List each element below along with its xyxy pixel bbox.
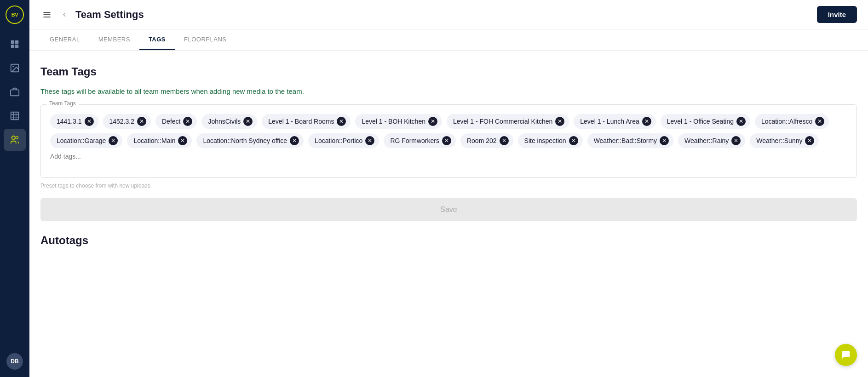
tag-remove-button[interactable]: ✕	[183, 117, 192, 126]
tag-remove-button[interactable]: ✕	[805, 136, 814, 145]
tab-floorplans[interactable]: FLOORPLANS	[175, 29, 236, 50]
svg-rect-3	[15, 45, 18, 48]
save-button[interactable]: Save	[40, 198, 857, 221]
tag-label: Location::Main	[133, 137, 175, 144]
tag-chip: Defect✕	[155, 114, 197, 129]
tag-label: Location::Garage	[57, 137, 106, 144]
tag-remove-button[interactable]: ✕	[85, 117, 94, 126]
tag-chip: JohnsCivils✕	[201, 114, 257, 129]
sidebar-nav	[4, 29, 26, 353]
tag-label: Weather::Sunny	[756, 137, 802, 144]
tag-chip: Level 1 - Lunch Area✕	[574, 114, 655, 129]
tag-chip: Room 202✕	[460, 133, 513, 148]
tag-remove-button[interactable]: ✕	[137, 117, 146, 126]
tab-tags[interactable]: TAGS	[139, 29, 175, 50]
tag-chip: Location::Garage✕	[50, 133, 122, 148]
sidebar-item-building[interactable]	[4, 105, 26, 127]
tag-remove-button[interactable]: ✕	[365, 136, 374, 145]
tag-remove-button[interactable]: ✕	[642, 117, 651, 126]
sidebar-bottom: DB	[6, 353, 23, 377]
tabs-bar: GENERAL MEMBERS TAGS FLOORPLANS	[29, 29, 868, 51]
avatar[interactable]: DB	[6, 353, 23, 370]
tag-chip: Level 1 - FOH Commercial Kitchen✕	[447, 114, 569, 129]
tag-chip: Level 1 - Board Rooms✕	[262, 114, 351, 129]
tag-label: Level 1 - Lunch Area	[580, 118, 639, 125]
grid-icon	[10, 39, 20, 49]
tag-chip: Weather::Bad::Stormy✕	[587, 133, 673, 148]
svg-rect-0	[11, 40, 14, 44]
chat-bubble-button[interactable]	[835, 344, 857, 366]
tag-chip: Location::Main✕	[127, 133, 192, 148]
tag-label: 1452.3.2	[109, 118, 135, 125]
tag-label: Level 1 - Office Seating	[667, 118, 734, 125]
tags-fieldset-label: Team Tags	[46, 100, 79, 107]
tag-label: Site inspection	[524, 137, 566, 144]
tag-remove-button[interactable]: ✕	[428, 117, 437, 126]
tag-label: Level 1 - Board Rooms	[268, 118, 334, 125]
preset-hint: Preset tags to choose from with new uplo…	[40, 183, 857, 189]
tag-chip: RG Formworkers✕	[384, 133, 456, 148]
main-content: Team Settings Invite GENERAL MEMBERS TAG…	[29, 0, 868, 377]
team-tags-title: Team Tags	[40, 65, 857, 78]
page-title: Team Settings	[75, 9, 811, 21]
tag-label: Location::Alfresco	[761, 118, 812, 125]
tags-list: 1441.3.1✕1452.3.2✕Defect✕JohnsCivils✕Lev…	[50, 114, 847, 160]
sidebar-item-dashboard[interactable]	[4, 33, 26, 55]
svg-rect-1	[15, 40, 18, 44]
chevron-left-icon	[61, 11, 68, 18]
tag-remove-button[interactable]: ✕	[178, 136, 187, 145]
header: Team Settings Invite	[29, 0, 868, 29]
tag-label: Defect	[162, 118, 180, 125]
team-icon	[10, 135, 20, 145]
tag-label: Weather::Rainy	[684, 137, 729, 144]
tab-general[interactable]: GENERAL	[40, 29, 89, 50]
sidebar-item-gallery[interactable]	[4, 57, 26, 79]
briefcase-icon	[10, 87, 20, 97]
tag-remove-button[interactable]: ✕	[660, 136, 669, 145]
tag-chip: Location::North Sydney office✕	[196, 133, 304, 148]
team-tags-description: These tags will be available to all team…	[40, 87, 857, 95]
tag-label: Weather::Bad::Stormy	[594, 137, 657, 144]
tags-container: Team Tags 1441.3.1✕1452.3.2✕Defect✕Johns…	[40, 104, 857, 178]
svg-rect-7	[11, 112, 19, 120]
tag-remove-button[interactable]: ✕	[500, 136, 509, 145]
tag-chip: Level 1 - Office Seating✕	[661, 114, 750, 129]
tag-label: RG Formworkers	[390, 137, 439, 144]
tag-label: Level 1 - BOH Kitchen	[362, 118, 425, 125]
hamburger-icon	[42, 10, 52, 19]
sidebar: BV DB	[0, 0, 29, 377]
building-icon	[10, 111, 20, 121]
tag-remove-button[interactable]: ✕	[243, 117, 253, 126]
tag-chip: Level 1 - BOH Kitchen✕	[355, 114, 442, 129]
tag-label: 1441.3.1	[57, 118, 82, 125]
tag-chip: Location::Alfresco✕	[755, 114, 829, 129]
tag-remove-button[interactable]: ✕	[337, 117, 346, 126]
tag-chip: 1441.3.1✕	[50, 114, 98, 129]
tag-remove-button[interactable]: ✕	[569, 136, 578, 145]
svg-rect-6	[11, 90, 19, 96]
sidebar-item-briefcase[interactable]	[4, 81, 26, 103]
image-icon	[10, 63, 20, 73]
tag-label: Level 1 - FOH Commercial Kitchen	[453, 118, 552, 125]
hamburger-button[interactable]	[40, 8, 53, 21]
tag-remove-button[interactable]: ✕	[290, 136, 299, 145]
sidebar-item-team[interactable]	[4, 129, 26, 151]
back-button[interactable]	[59, 9, 70, 20]
tag-remove-button[interactable]: ✕	[731, 136, 741, 145]
autotags-title: Autotags	[40, 234, 857, 247]
tag-remove-button[interactable]: ✕	[109, 136, 118, 145]
add-tags-input[interactable]	[50, 153, 131, 160]
svg-point-13	[16, 137, 18, 139]
tag-label: JohnsCivils	[208, 118, 241, 125]
sidebar-logo[interactable]: BV	[0, 0, 29, 29]
tag-remove-button[interactable]: ✕	[815, 117, 824, 126]
tag-remove-button[interactable]: ✕	[555, 117, 564, 126]
svg-point-12	[12, 136, 15, 139]
tag-label: Location::North Sydney office	[203, 137, 287, 144]
tag-remove-button[interactable]: ✕	[442, 136, 451, 145]
tag-label: Room 202	[467, 137, 497, 144]
tag-remove-button[interactable]: ✕	[736, 117, 746, 126]
logo-icon: BV	[6, 6, 24, 24]
tab-members[interactable]: MEMBERS	[89, 29, 139, 50]
invite-button[interactable]: Invite	[817, 6, 857, 23]
